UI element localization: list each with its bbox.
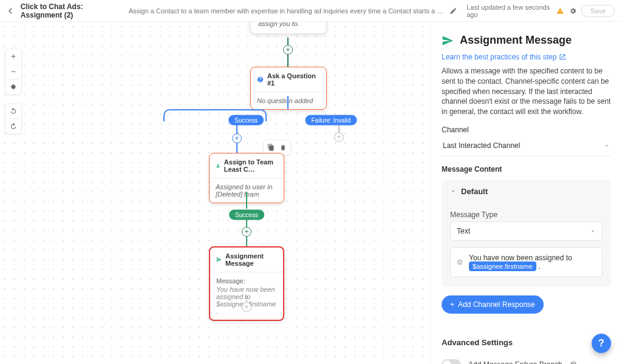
learn-link[interactable]: Learn the best practices of this step xyxy=(442,53,611,61)
zoom-in-button[interactable] xyxy=(5,49,21,64)
node3-label: Message: xyxy=(216,277,277,285)
trash-icon[interactable] xyxy=(278,143,288,152)
failure-branch-label: Add Message Failure Branch xyxy=(468,360,562,364)
save-button[interactable]: Save xyxy=(581,5,615,17)
send-icon xyxy=(216,256,222,263)
last-updated: Last updated a few seconds ago xyxy=(466,4,552,18)
node-ask-question[interactable]: Ask a Question #1 No question added xyxy=(250,67,327,110)
copy-icon[interactable] xyxy=(266,143,276,152)
pencil-icon[interactable] xyxy=(449,7,457,15)
chevron-down-icon xyxy=(590,228,596,234)
node2-title: Assign to Team Least C… xyxy=(224,158,278,173)
back-button[interactable] xyxy=(5,5,16,17)
node1-body: No question added xyxy=(251,92,326,109)
branch-success-2: Success xyxy=(229,210,264,220)
variable-chip[interactable]: $assignee.firstname xyxy=(469,261,536,271)
add-step-button[interactable]: + xyxy=(242,302,251,312)
plus-icon: + xyxy=(450,300,454,309)
node2-body-prefix: Assigned to user in xyxy=(216,183,273,190)
advanced-settings-label: Advanced Settings xyxy=(442,338,611,347)
add-channel-response-button[interactable]: + Add Channel Response xyxy=(442,295,544,314)
add-step-button[interactable]: + xyxy=(232,133,242,143)
workflow-subtitle: Assign a Contact to a team member with e… xyxy=(129,7,445,15)
node2-body-deleted: [Deleted] xyxy=(216,190,242,198)
msg-prefix: You have now been assigned to xyxy=(469,254,572,262)
add-step-button[interactable]: + xyxy=(334,132,344,142)
external-link-icon xyxy=(559,53,566,61)
node3-title: Assignment Message xyxy=(225,252,277,267)
panel-description: Allows a message with the specified cont… xyxy=(442,66,611,117)
message-content-label: Message Content xyxy=(442,165,611,174)
zoom-out-button[interactable] xyxy=(5,64,21,79)
help-icon[interactable] xyxy=(570,361,577,364)
canvas-tools xyxy=(5,49,22,95)
undo-button[interactable] xyxy=(5,104,21,118)
node0-body: assign you to. xyxy=(258,22,299,27)
message-text-input[interactable]: You have now been assigned to $assignee.… xyxy=(450,247,603,277)
redo-button[interactable] xyxy=(5,118,21,133)
node2-body-suffix: team xyxy=(242,190,259,198)
failure-branch-toggle[interactable] xyxy=(442,359,461,364)
warning-icon xyxy=(556,7,564,15)
add-step-button[interactable]: + xyxy=(242,227,251,237)
node1-title: Ask a Question #1 xyxy=(267,72,320,87)
canvas-history xyxy=(5,103,22,134)
emoji-icon[interactable] xyxy=(457,258,463,266)
svg-point-0 xyxy=(457,260,462,265)
workflow-title: Click to Chat Ads: Assignment (2) xyxy=(21,2,124,19)
add-step-button[interactable]: + xyxy=(283,45,293,55)
branch-failure: Failure: Invalid xyxy=(305,115,357,126)
branch-success: Success xyxy=(228,115,264,126)
channel-label: Channel xyxy=(442,126,611,134)
msg-suffix: . xyxy=(538,262,540,271)
chevron-down-icon xyxy=(604,143,610,149)
message-type-select[interactable]: Text xyxy=(450,221,603,241)
node-send-message-fragment[interactable]: assign you to. xyxy=(250,22,327,34)
fit-button[interactable] xyxy=(5,79,21,94)
help-fab[interactable]: ? xyxy=(592,334,611,353)
send-icon xyxy=(442,35,454,47)
panel-title: Assignment Message xyxy=(442,34,611,47)
channel-select[interactable]: Last Interacted Channel xyxy=(442,138,611,157)
svg-point-2 xyxy=(460,261,461,262)
channel-value: Last Interacted Channel xyxy=(443,141,520,150)
gear-icon[interactable] xyxy=(569,7,576,15)
default-section-header[interactable]: Default xyxy=(442,180,611,203)
user-assign-icon xyxy=(216,162,220,169)
message-type-value: Text xyxy=(457,227,470,235)
message-type-label: Message Type xyxy=(450,211,603,219)
svg-point-1 xyxy=(459,261,459,262)
chevron-down-icon xyxy=(450,188,456,194)
question-icon xyxy=(257,76,264,83)
